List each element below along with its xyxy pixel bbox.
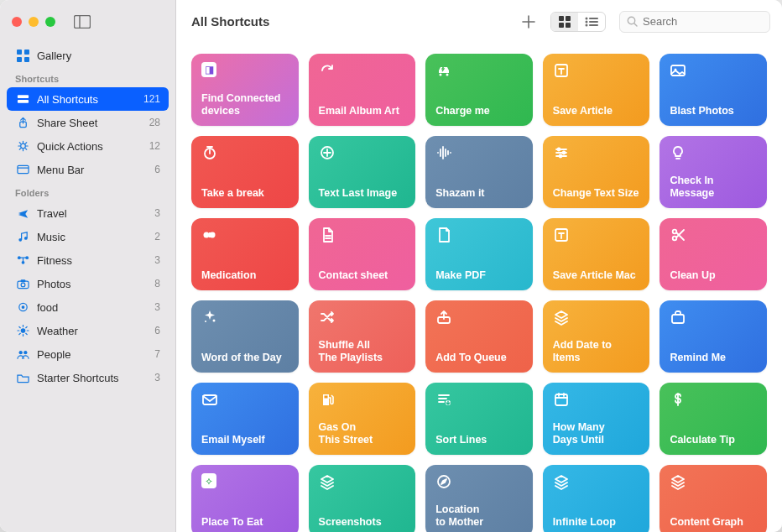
main-content: All Shortcuts ◨Find Connected devices	[176, 0, 782, 532]
shortcut-tile[interactable]: Shuffle AllThe Playlists	[309, 300, 416, 373]
shortcut-tile[interactable]: Locationto Mother	[425, 465, 533, 532]
layers-icon	[553, 309, 640, 326]
shortcut-tile[interactable]: Check In Message	[659, 136, 767, 208]
svg-point-13	[23, 237, 27, 240]
shortcut-tile[interactable]: Screenshots	[309, 465, 416, 532]
shortcut-tile[interactable]: ◨Find Connected devices	[191, 54, 299, 126]
music-icon	[15, 231, 30, 243]
shortcut-tile[interactable]: Blast Photos	[659, 54, 767, 126]
shortcut-tile[interactable]: Calculate Tip	[659, 383, 767, 455]
shortcut-tile[interactable]: Change Text Size	[543, 136, 650, 208]
shortcut-tile[interactable]: Email Album Art	[309, 54, 416, 126]
plus-circle-icon	[319, 144, 406, 161]
sidebar-item-gallery[interactable]: Gallery	[7, 44, 169, 67]
maps-badge-icon: ⟡	[201, 473, 289, 490]
shortcut-tile[interactable]: Save Article Mac	[543, 218, 650, 290]
shortcut-tile[interactable]: Text Last Image	[309, 136, 416, 208]
sidebar-item-label: Music	[37, 231, 154, 243]
sparkle-icon	[201, 309, 289, 326]
shortcuts-scroll-area[interactable]: ◨Find Connected devicesEmail Album ArtCh…	[176, 44, 782, 532]
add-shortcut-button[interactable]	[514, 11, 544, 33]
svg-rect-27	[559, 23, 564, 28]
sidebar-item-menu-bar[interactable]: Menu Bar6	[7, 158, 169, 181]
sidebar-folder-music[interactable]: Music2	[7, 225, 169, 248]
shortcut-tile[interactable]: Content Graph	[659, 465, 767, 532]
search-input[interactable]	[643, 15, 782, 28]
bulb-icon	[670, 144, 757, 161]
minimize-window-button[interactable]	[29, 17, 39, 27]
shortcut-tile-label: Shuffle AllThe Playlists	[319, 339, 406, 364]
shortcut-tile-label: Gas OnThis Street	[319, 421, 406, 446]
sidebar-item-quick-actions[interactable]: Quick Actions12	[7, 134, 169, 158]
shortcut-tile-label: Make PDF	[435, 269, 523, 282]
svg-rect-19	[20, 279, 25, 282]
shortcuts-grid: ◨Find Connected devicesEmail Album ArtCh…	[191, 54, 767, 532]
dollar-icon	[670, 391, 757, 408]
sidebar-item-label: Share Sheet	[37, 117, 149, 129]
shortcut-tile[interactable]: Contact sheet	[309, 218, 416, 290]
sidebar-item-count: 6	[154, 325, 160, 336]
sidebar-folder-starter-shortcuts[interactable]: Starter Shortcuts3	[7, 366, 169, 389]
shortcut-tile[interactable]: Infinite Loop	[543, 465, 650, 532]
sidebar-folder-food[interactable]: food3	[7, 295, 169, 319]
shortcut-tile[interactable]: Take a break	[191, 136, 299, 208]
toggle-sidebar-button[interactable]	[74, 15, 91, 29]
shortcut-tile-label: Take a break	[201, 187, 289, 200]
sidebar-item-label: Quick Actions	[37, 140, 149, 153]
photo-icon	[670, 62, 757, 79]
sidebar-folder-photos[interactable]: Photos8	[7, 272, 169, 295]
shortcut-tile[interactable]: Make PDF	[425, 218, 533, 290]
sidebar-item-all-shortcuts[interactable]: All Shortcuts121	[7, 87, 169, 111]
menubar-icon	[15, 164, 30, 175]
svg-rect-30	[589, 18, 598, 19]
people-icon	[15, 348, 30, 360]
folder-icon	[15, 372, 30, 383]
sort-icon	[435, 391, 523, 408]
svg-point-29	[586, 17, 588, 19]
shortcut-tile[interactable]: Save Article	[543, 54, 650, 126]
shortcut-tile-label: Change Text Size	[553, 187, 640, 200]
svg-rect-5	[24, 57, 29, 62]
shortcut-tile[interactable]: Medication	[191, 218, 299, 290]
shortcut-tile[interactable]: Word of the Day	[191, 300, 299, 373]
shortcut-tile[interactable]: Shazam it	[425, 136, 533, 208]
sidebar-folder-travel[interactable]: Travel3	[7, 201, 169, 225]
shortcut-tile-label: Content Graph	[670, 516, 757, 529]
sidebar-folder-fitness[interactable]: Fitness3	[7, 248, 169, 272]
search-field[interactable]	[619, 11, 770, 33]
shortcut-tile[interactable]: ⟡Place To Eat	[191, 465, 299, 532]
shortcut-tile-label: Remind Me	[670, 352, 757, 364]
shortcut-tile-label: Email Myself	[201, 434, 289, 446]
shortcut-tile-label: How ManyDays Until	[553, 421, 640, 446]
page-icon	[435, 227, 523, 243]
sidebar-item-share-sheet[interactable]: Share Sheet28	[7, 111, 169, 134]
shortcut-tile[interactable]: Add To Queue	[425, 300, 533, 373]
svg-rect-58	[324, 396, 327, 399]
bolt-car-icon	[435, 62, 523, 79]
shortcut-tile[interactable]: Sort Lines	[425, 383, 533, 455]
shortcut-tile-label: Calculate Tip	[670, 434, 757, 446]
shortcut-tile-label: Add Date to Items	[553, 339, 640, 364]
shortcut-tile[interactable]: Charge me	[425, 54, 533, 126]
waveform-icon	[435, 144, 523, 161]
close-window-button[interactable]	[12, 17, 22, 27]
zoom-window-button[interactable]	[45, 17, 55, 27]
shortcut-tile[interactable]: How ManyDays Until	[543, 383, 650, 455]
shortcut-tile[interactable]: Gas OnThis Street	[309, 383, 416, 455]
shortcut-tile-label: Place To Eat	[201, 516, 289, 529]
sidebar-section-shortcuts: Shortcuts	[7, 67, 169, 87]
app-badge-icon: ◨	[201, 62, 289, 79]
shortcut-tile[interactable]: Add Date to Items	[543, 300, 650, 373]
shortcut-tile[interactable]: Remind Me	[659, 300, 767, 373]
sidebar-folder-weather[interactable]: Weather6	[7, 319, 169, 342]
shortcut-tile[interactable]: Email Myself	[191, 383, 299, 455]
svg-point-35	[628, 17, 634, 23]
sidebar-item-count: 6	[154, 164, 160, 175]
sidebar-folder-people[interactable]: People7	[7, 342, 169, 366]
svg-point-24	[23, 351, 27, 354]
svg-rect-2	[17, 50, 22, 55]
list-view-button[interactable]	[578, 13, 605, 31]
grid-view-button[interactable]	[551, 13, 578, 31]
shortcut-tile[interactable]: Clean Up	[659, 218, 767, 290]
sidebar-item-count: 3	[154, 254, 160, 266]
